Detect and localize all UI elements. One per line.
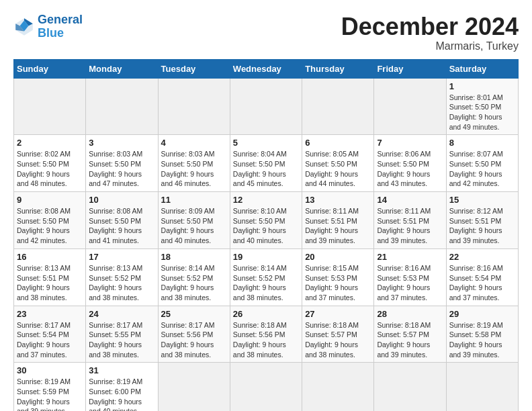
table-row: 1Sunrise: 8:01 AM Sunset: 5:50 PM Daylig… bbox=[446, 78, 518, 135]
table-row: 31Sunrise: 8:19 AM Sunset: 6:00 PM Dayli… bbox=[86, 363, 158, 411]
logo-line1: General bbox=[38, 13, 83, 26]
day-number: 20 bbox=[305, 252, 371, 262]
col-thursday: Thursday bbox=[302, 59, 374, 78]
day-number: 13 bbox=[305, 195, 371, 205]
day-info: Sunrise: 8:07 AM Sunset: 5:50 PM Dayligh… bbox=[449, 149, 515, 189]
table-row: 26Sunrise: 8:18 AM Sunset: 5:56 PM Dayli… bbox=[230, 306, 302, 363]
title-area: December 2024 Marmaris, Turkey bbox=[341, 13, 519, 52]
table-row: 4Sunrise: 8:03 AM Sunset: 5:50 PM Daylig… bbox=[158, 135, 230, 192]
col-saturday: Saturday bbox=[446, 59, 518, 78]
day-number: 19 bbox=[233, 252, 299, 262]
table-row: 12Sunrise: 8:10 AM Sunset: 5:50 PM Dayli… bbox=[230, 192, 302, 249]
day-number: 24 bbox=[89, 309, 154, 319]
col-friday: Friday bbox=[374, 59, 446, 78]
day-info: Sunrise: 8:10 AM Sunset: 5:50 PM Dayligh… bbox=[233, 206, 299, 246]
calendar-table: Sunday Monday Tuesday Wednesday Thursday… bbox=[13, 59, 519, 411]
table-row: 14Sunrise: 8:11 AM Sunset: 5:51 PM Dayli… bbox=[374, 192, 446, 249]
calendar-week-row: 2Sunrise: 8:02 AM Sunset: 5:50 PM Daylig… bbox=[14, 135, 519, 192]
table-row: 22Sunrise: 8:16 AM Sunset: 5:54 PM Dayli… bbox=[446, 248, 518, 306]
table-row: 9Sunrise: 8:08 AM Sunset: 5:50 PM Daylig… bbox=[14, 192, 86, 249]
table-row: 21Sunrise: 8:16 AM Sunset: 5:53 PM Dayli… bbox=[374, 248, 446, 306]
day-info: Sunrise: 8:19 AM Sunset: 5:58 PM Dayligh… bbox=[449, 320, 515, 360]
day-number: 7 bbox=[377, 138, 443, 148]
table-row: 25Sunrise: 8:17 AM Sunset: 5:56 PM Dayli… bbox=[158, 306, 230, 363]
calendar-week-row: 16Sunrise: 8:13 AM Sunset: 5:51 PM Dayli… bbox=[14, 248, 519, 306]
location-title: Marmaris, Turkey bbox=[341, 40, 519, 52]
day-number: 27 bbox=[305, 309, 371, 319]
day-info: Sunrise: 8:04 AM Sunset: 5:50 PM Dayligh… bbox=[233, 149, 299, 189]
table-row: 30Sunrise: 8:19 AM Sunset: 5:59 PM Dayli… bbox=[14, 363, 86, 411]
header: General Blue December 2024 Marmaris, Tur… bbox=[13, 13, 519, 52]
col-monday: Monday bbox=[86, 59, 158, 78]
day-info: Sunrise: 8:14 AM Sunset: 5:52 PM Dayligh… bbox=[233, 263, 299, 303]
day-number: 18 bbox=[161, 252, 227, 262]
table-row: 29Sunrise: 8:19 AM Sunset: 5:58 PM Dayli… bbox=[446, 306, 518, 363]
day-info: Sunrise: 8:09 AM Sunset: 5:50 PM Dayligh… bbox=[161, 206, 227, 246]
logo-line2: Blue bbox=[38, 26, 64, 40]
day-info: Sunrise: 8:13 AM Sunset: 5:51 PM Dayligh… bbox=[17, 263, 83, 303]
day-info: Sunrise: 8:17 AM Sunset: 5:56 PM Dayligh… bbox=[161, 320, 227, 360]
calendar-week-row: 1Sunrise: 8:01 AM Sunset: 5:50 PM Daylig… bbox=[14, 78, 519, 135]
table-row bbox=[230, 363, 302, 411]
table-row: 17Sunrise: 8:13 AM Sunset: 5:52 PM Dayli… bbox=[86, 248, 158, 306]
table-row: 19Sunrise: 8:14 AM Sunset: 5:52 PM Dayli… bbox=[230, 248, 302, 306]
table-row bbox=[230, 78, 302, 135]
calendar-body: 1Sunrise: 8:01 AM Sunset: 5:50 PM Daylig… bbox=[14, 78, 519, 411]
day-info: Sunrise: 8:01 AM Sunset: 5:50 PM Dayligh… bbox=[449, 93, 515, 132]
logo-icon bbox=[13, 16, 35, 38]
day-number: 6 bbox=[305, 138, 371, 148]
day-number: 4 bbox=[161, 138, 227, 148]
table-row bbox=[86, 78, 158, 135]
col-tuesday: Tuesday bbox=[158, 59, 230, 78]
logo: General Blue bbox=[13, 13, 83, 40]
day-info: Sunrise: 8:17 AM Sunset: 5:54 PM Dayligh… bbox=[17, 320, 83, 360]
table-row bbox=[374, 363, 446, 411]
table-row: 11Sunrise: 8:09 AM Sunset: 5:50 PM Dayli… bbox=[158, 192, 230, 249]
table-row bbox=[446, 363, 518, 411]
table-row: 16Sunrise: 8:13 AM Sunset: 5:51 PM Dayli… bbox=[14, 248, 86, 306]
table-row bbox=[158, 363, 230, 411]
table-row: 2Sunrise: 8:02 AM Sunset: 5:50 PM Daylig… bbox=[14, 135, 86, 192]
day-info: Sunrise: 8:14 AM Sunset: 5:52 PM Dayligh… bbox=[161, 263, 227, 303]
day-info: Sunrise: 8:08 AM Sunset: 5:50 PM Dayligh… bbox=[89, 206, 154, 246]
day-info: Sunrise: 8:18 AM Sunset: 5:57 PM Dayligh… bbox=[377, 320, 443, 360]
logo-text: General Blue bbox=[38, 13, 83, 40]
table-row: 27Sunrise: 8:18 AM Sunset: 5:57 PM Dayli… bbox=[302, 306, 374, 363]
day-info: Sunrise: 8:02 AM Sunset: 5:50 PM Dayligh… bbox=[17, 149, 83, 189]
day-number: 10 bbox=[89, 195, 154, 205]
day-info: Sunrise: 8:19 AM Sunset: 5:59 PM Dayligh… bbox=[17, 377, 83, 411]
day-number: 15 bbox=[449, 195, 515, 205]
table-row: 6Sunrise: 8:05 AM Sunset: 5:50 PM Daylig… bbox=[302, 135, 374, 192]
day-info: Sunrise: 8:18 AM Sunset: 5:57 PM Dayligh… bbox=[305, 320, 371, 360]
day-number: 8 bbox=[449, 138, 515, 148]
table-row: 5Sunrise: 8:04 AM Sunset: 5:50 PM Daylig… bbox=[230, 135, 302, 192]
calendar-week-row: 9Sunrise: 8:08 AM Sunset: 5:50 PM Daylig… bbox=[14, 192, 519, 249]
table-row: 15Sunrise: 8:12 AM Sunset: 5:51 PM Dayli… bbox=[446, 192, 518, 249]
table-row: 28Sunrise: 8:18 AM Sunset: 5:57 PM Dayli… bbox=[374, 306, 446, 363]
day-number: 12 bbox=[233, 195, 299, 205]
col-wednesday: Wednesday bbox=[230, 59, 302, 78]
day-number: 14 bbox=[377, 195, 443, 205]
day-info: Sunrise: 8:17 AM Sunset: 5:55 PM Dayligh… bbox=[89, 320, 154, 360]
day-number: 30 bbox=[17, 365, 83, 375]
table-row: 13Sunrise: 8:11 AM Sunset: 5:51 PM Dayli… bbox=[302, 192, 374, 249]
calendar-header-row: Sunday Monday Tuesday Wednesday Thursday… bbox=[14, 59, 519, 78]
month-title: December 2024 bbox=[341, 13, 519, 40]
day-info: Sunrise: 8:11 AM Sunset: 5:51 PM Dayligh… bbox=[377, 206, 443, 246]
day-number: 17 bbox=[89, 252, 154, 262]
table-row: 18Sunrise: 8:14 AM Sunset: 5:52 PM Dayli… bbox=[158, 248, 230, 306]
table-row: 3Sunrise: 8:03 AM Sunset: 5:50 PM Daylig… bbox=[86, 135, 158, 192]
col-sunday: Sunday bbox=[14, 59, 86, 78]
day-number: 31 bbox=[89, 365, 154, 375]
table-row: 23Sunrise: 8:17 AM Sunset: 5:54 PM Dayli… bbox=[14, 306, 86, 363]
table-row: 8Sunrise: 8:07 AM Sunset: 5:50 PM Daylig… bbox=[446, 135, 518, 192]
day-number: 29 bbox=[449, 309, 515, 319]
calendar-week-row: 30Sunrise: 8:19 AM Sunset: 5:59 PM Dayli… bbox=[14, 363, 519, 411]
day-number: 28 bbox=[377, 309, 443, 319]
day-info: Sunrise: 8:11 AM Sunset: 5:51 PM Dayligh… bbox=[305, 206, 371, 246]
day-info: Sunrise: 8:16 AM Sunset: 5:54 PM Dayligh… bbox=[449, 263, 515, 303]
day-number: 21 bbox=[377, 252, 443, 262]
day-number: 1 bbox=[449, 81, 515, 91]
table-row: 24Sunrise: 8:17 AM Sunset: 5:55 PM Dayli… bbox=[86, 306, 158, 363]
day-number: 23 bbox=[17, 309, 83, 319]
